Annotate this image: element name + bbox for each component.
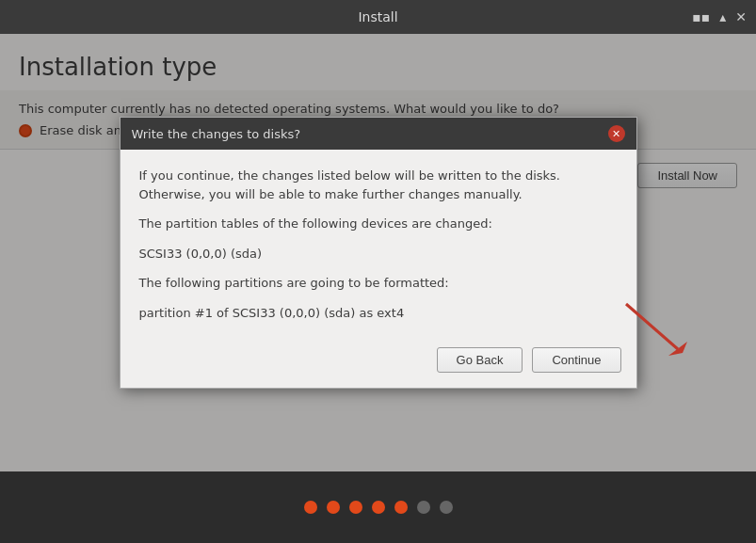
progress-dot-6: [417, 501, 430, 514]
top-bar-title: Install: [358, 9, 397, 24]
progress-dot-5: [394, 501, 408, 514]
dialog-buttons: Go Back Continue: [121, 336, 636, 388]
continue-button[interactable]: Continue: [532, 347, 620, 373]
progress-dot-3: [349, 501, 362, 514]
dialog-body-line5: partition #1 of SCSI33 (0,0,0) (sda) as …: [139, 304, 618, 323]
progress-dot-7: [440, 501, 453, 514]
dialog-titlebar: Write the changes to disks? ✕: [121, 118, 636, 150]
dialog-body-line2: The partition tables of the following de…: [139, 215, 618, 233]
dialog: Write the changes to disks? ✕ If you con…: [120, 117, 637, 389]
top-bar-icons: ▪▪ ▴ ✕: [692, 9, 747, 24]
dialog-body-line4: The following partitions are going to be…: [139, 274, 618, 293]
close-icon[interactable]: ✕: [735, 9, 747, 24]
footer: [0, 471, 756, 543]
dialog-overlay: Write the changes to disks? ✕ If you con…: [0, 34, 756, 471]
top-bar: Install ▪▪ ▴ ✕: [0, 0, 756, 34]
progress-dot-2: [327, 501, 340, 514]
dialog-body: If you continue, the changes listed belo…: [121, 150, 636, 336]
progress-dot-1: [304, 501, 317, 514]
pause-icon[interactable]: ▪▪: [692, 9, 710, 24]
expand-icon[interactable]: ▴: [719, 9, 726, 24]
dialog-body-line1: If you continue, the changes listed belo…: [139, 167, 618, 203]
main-area: Installation type This computer currentl…: [0, 34, 756, 471]
dialog-title: Write the changes to disks?: [132, 127, 301, 141]
go-back-button[interactable]: Go Back: [437, 347, 523, 373]
dialog-close-button[interactable]: ✕: [608, 125, 625, 142]
progress-dot-4: [372, 501, 385, 514]
dialog-body-line3: SCSI33 (0,0,0) (sda): [139, 245, 618, 264]
svg-marker-1: [668, 342, 687, 356]
